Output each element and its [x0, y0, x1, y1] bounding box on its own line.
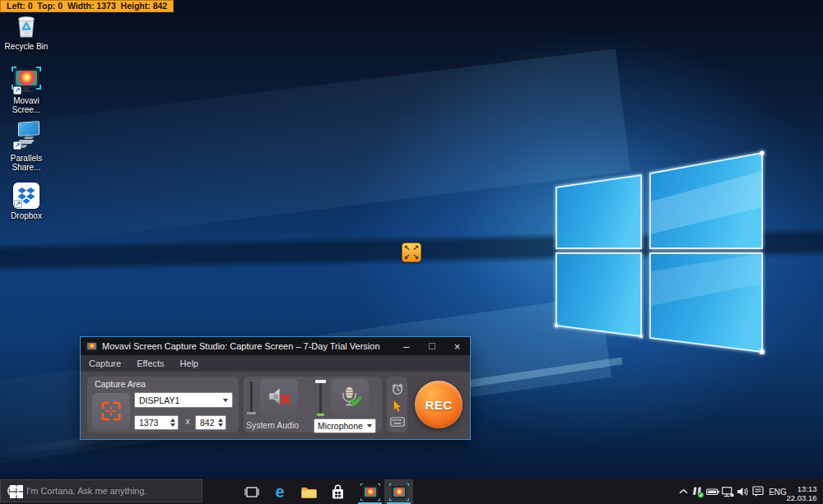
tray-action-center[interactable] [750, 479, 766, 504]
clock-date: 22.03.16 [787, 493, 817, 502]
taskbar: I'm Cortana. Ask me anything. e [0, 479, 823, 504]
movavi-capture-window: Movavi Screen Capture Studio: Capture Sc… [80, 336, 471, 440]
tray-volume[interactable] [735, 479, 750, 504]
task-view-icon [244, 486, 259, 498]
desktop-screen: Left: 0 Top: 0 Width: 1373 Height: 842 R… [0, 0, 823, 504]
menu-help[interactable]: Help [180, 358, 199, 368]
chevron-down-icon [223, 399, 228, 402]
taskbar-movavi-window-1[interactable] [356, 479, 384, 504]
window-app-icon [86, 342, 97, 351]
window-titlebar[interactable]: Movavi Screen Capture Studio: Capture Sc… [81, 337, 470, 355]
capture-width-value: 1373 [139, 418, 170, 428]
windows-logo [535, 138, 782, 364]
parallels-tray-icon [692, 486, 704, 498]
capture-cursor-button[interactable] [393, 400, 402, 413]
maximize-icon [429, 343, 435, 349]
edge-browser-button[interactable]: e [267, 479, 292, 504]
desktop-icon-label: Recycle Bin [0, 42, 53, 51]
expand-arrow-sw-icon: ↙ [404, 253, 411, 261]
speaker-icon [737, 487, 749, 497]
action-center-icon [752, 486, 764, 497]
capture-keystrokes-button[interactable] [390, 417, 405, 427]
rec-button-label: REC [425, 398, 452, 412]
movavi-app-icon [363, 486, 378, 498]
microphone-select[interactable]: Microphone (I [314, 418, 376, 433]
window-toolbar: Capture Area [81, 372, 470, 439]
microphone-enabled-icon [337, 386, 362, 408]
file-explorer-button[interactable] [296, 479, 321, 504]
maximize-button[interactable] [419, 337, 444, 355]
display-select-value: DISPLAY1 [139, 395, 221, 405]
cursor-icon [393, 400, 402, 413]
start-button[interactable] [0, 479, 33, 504]
capture-tools-group [387, 377, 407, 432]
spin-up-icon[interactable] [170, 418, 175, 422]
speaker-muted-icon [267, 386, 291, 407]
desktop-icon-label: Dropbox [0, 211, 53, 220]
spin-down-icon[interactable] [170, 423, 175, 427]
close-button[interactable]: × [444, 337, 470, 355]
window-menubar: Capture Effects Help [81, 355, 470, 372]
desktop-icon-parallels[interactable]: ↗ Parallels Share... [0, 122, 53, 172]
capture-area-expand-handle[interactable]: ↖ ↗ ↙ ↘ [402, 243, 421, 262]
windows-store-button[interactable] [325, 479, 350, 504]
window-title: Movavi Screen Capture Studio: Capture Sc… [102, 341, 393, 351]
battery-icon [706, 488, 719, 496]
store-bag-icon [331, 484, 345, 500]
rec-button[interactable]: REC [415, 381, 463, 428]
capture-area-group: Capture Area [87, 377, 239, 432]
microphone-volume-slider[interactable] [314, 380, 327, 418]
expand-arrow-se-icon: ↘ [413, 253, 420, 261]
tray-show-hidden-icons[interactable] [677, 479, 690, 504]
desktop-icon-dropbox[interactable]: ↗ Dropbox [0, 179, 53, 220]
spin-up-icon[interactable] [218, 418, 223, 422]
search-placeholder-text: I'm Cortana. Ask me anything. [26, 486, 146, 496]
movavi-app-icon: ↗ [0, 64, 53, 94]
audio-group: System Audio [244, 377, 382, 432]
capture-height-value: 842 [200, 418, 218, 428]
expand-arrow-nw-icon: ↖ [404, 244, 411, 252]
folder-icon [301, 486, 317, 498]
spin-down-icon[interactable] [218, 423, 223, 427]
system-audio-label: System Audio [245, 420, 300, 430]
chevron-down-icon [367, 424, 372, 428]
parallels-app-icon: ↗ [0, 122, 53, 151]
timer-button[interactable] [391, 382, 404, 395]
shortcut-arrow-icon: ↗ [13, 86, 21, 95]
network-icon [722, 487, 734, 497]
tray-network[interactable] [720, 479, 735, 504]
minimize-button[interactable]: – [393, 337, 419, 355]
desktop-icon-recycle-bin[interactable]: Recycle Bin [0, 10, 53, 51]
tray-clock[interactable]: 13:13 22.03.16 [784, 479, 819, 504]
capture-height-stepper[interactable]: 842 [195, 415, 226, 430]
chevron-up-icon [679, 488, 688, 495]
tray-parallels-status[interactable] [690, 479, 705, 504]
menu-capture[interactable]: Capture [89, 358, 121, 368]
shortcut-arrow-icon: ↗ [14, 200, 22, 208]
microphone-toggle-button[interactable] [331, 379, 369, 414]
edge-icon: e [275, 483, 284, 500]
desktop-icon-movavi[interactable]: ↗ Movavi Scree... [0, 64, 53, 114]
tray-battery[interactable] [705, 479, 720, 504]
capture-width-stepper[interactable]: 1373 [134, 415, 179, 430]
movavi-app-icon [392, 486, 407, 498]
display-select[interactable]: DISPLAY1 [134, 392, 233, 408]
capture-area-label: Capture Area [95, 379, 146, 389]
menu-effects[interactable]: Effects [137, 358, 164, 368]
task-view-button[interactable] [239, 479, 264, 504]
microphone-select-value: Microphone (I [318, 421, 365, 431]
alarm-clock-icon [391, 382, 404, 395]
dimensions-separator: x [182, 416, 193, 426]
expand-arrow-ne-icon: ↗ [413, 244, 420, 252]
desktop-icon-label: Movavi Scree... [0, 96, 53, 114]
capture-region-info-bar: Left: 0 Top: 0 Width: 1373 Height: 842 [0, 0, 174, 12]
windows-start-icon [10, 485, 23, 498]
system-audio-toggle-button[interactable] [260, 379, 298, 414]
crosshair-icon [100, 400, 122, 422]
select-capture-area-button[interactable] [92, 393, 130, 429]
system-audio-volume-slider[interactable] [245, 380, 258, 418]
shortcut-arrow-icon: ↗ [13, 141, 21, 150]
dropbox-icon: ↗ [0, 179, 53, 209]
keyboard-icon [390, 417, 405, 427]
taskbar-movavi-window-2-active[interactable] [384, 479, 413, 504]
